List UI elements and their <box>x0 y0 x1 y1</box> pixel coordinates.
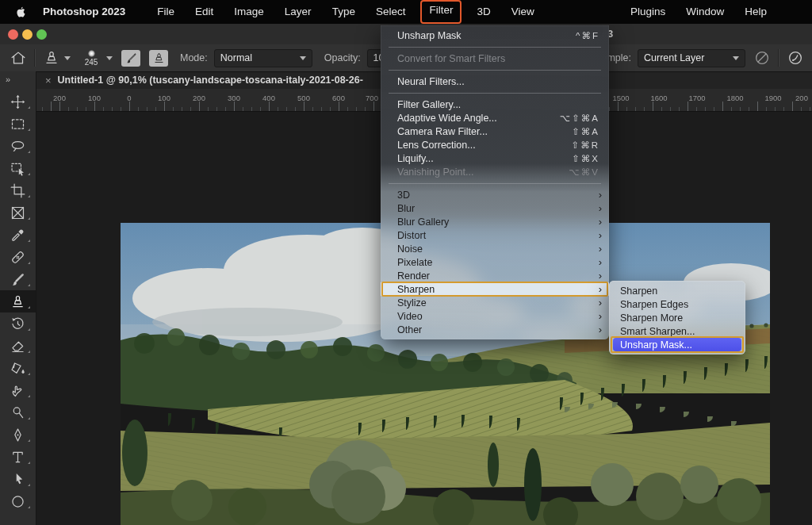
submenu-arrow-icon: › <box>599 270 602 281</box>
menu-item-blur-gallery[interactable]: Blur Gallery› <box>381 215 609 228</box>
menu-edit[interactable]: Edit <box>185 0 224 24</box>
ellipse-icon <box>10 493 26 510</box>
frame-tool[interactable] <box>0 201 36 224</box>
menu-item-label: Stylize <box>397 297 599 308</box>
menu-help[interactable]: Help <box>734 0 777 24</box>
menu-separator <box>389 183 601 184</box>
menu-item-render[interactable]: Render› <box>381 269 609 282</box>
menu-item-label: 3D <box>397 190 599 201</box>
menu-window[interactable]: Window <box>676 0 734 24</box>
minimize-window-button[interactable] <box>22 29 33 40</box>
lasso-tool[interactable] <box>0 135 36 157</box>
type-tool[interactable] <box>0 446 36 468</box>
dodge-tool[interactable] <box>0 401 36 423</box>
dodge-icon <box>10 404 26 421</box>
menu-photoshop-2023[interactable]: Photoshop 2023 <box>33 0 136 24</box>
menu-item-shortcut: ^⌘F <box>576 30 599 41</box>
submenu-arrow-icon: › <box>599 257 602 267</box>
crop-tool[interactable] <box>0 179 36 201</box>
menu-item-sharpen-edges[interactable]: Sharpen Edges <box>609 297 745 311</box>
zoom-window-button[interactable] <box>36 29 47 40</box>
menu-image[interactable]: Image <box>224 0 274 24</box>
menu-item-pixelate[interactable]: Pixelate› <box>381 255 609 269</box>
toggle-clone-source-button[interactable] <box>149 50 168 67</box>
history-brush-tool[interactable] <box>0 312 36 335</box>
ruler-label: 600 <box>332 94 345 102</box>
ruler-label: 0 <box>127 94 131 102</box>
gradient-tool[interactable] <box>0 357 36 379</box>
menu-plugins[interactable]: Plugins <box>620 0 676 24</box>
eraser-tool[interactable] <box>0 335 36 357</box>
divider <box>34 49 36 67</box>
menu-item-liquify[interactable]: Liquify...⇧⌘X <box>381 151 609 165</box>
collapse-panel-button[interactable]: » <box>0 71 36 90</box>
menu-item-filter-gallery[interactable]: Filter Gallery... <box>381 98 609 111</box>
clone-stamp-preset-icon[interactable] <box>43 49 60 67</box>
home-icon[interactable] <box>10 49 27 67</box>
menu-item-smart-sharpen[interactable]: Smart Sharpen... <box>609 324 745 338</box>
close-window-button[interactable] <box>8 29 18 40</box>
menu-item-stylize[interactable]: Stylize› <box>381 296 609 309</box>
path-selection-tool[interactable] <box>0 468 36 490</box>
menu-item-video[interactable]: Video› <box>381 309 609 323</box>
smudge-tool[interactable] <box>0 379 36 401</box>
healing-brush-tool[interactable] <box>0 246 36 268</box>
menu-item-label: Liquify... <box>397 153 572 164</box>
ruler-label: 200 <box>53 94 66 102</box>
menu-3d[interactable]: 3D <box>466 0 500 24</box>
menu-item-sharpen[interactable]: Sharpen <box>609 284 745 297</box>
menu-item-label: Render <box>397 270 599 282</box>
menu-item-neural-filters[interactable]: Neural Filters... <box>381 75 609 88</box>
brush-tool[interactable] <box>0 268 36 290</box>
menu-layer[interactable]: Layer <box>274 0 322 24</box>
ruler-label: 200 <box>193 94 205 102</box>
menubar-left-items: Photoshop 2023FileEditImageLayerTypeSele… <box>33 0 545 24</box>
tools-panel: » <box>0 71 36 525</box>
rectangular-marquee-tool[interactable] <box>0 113 36 135</box>
submenu-arrow-icon: › <box>599 230 602 240</box>
menu-item-lens-correction[interactable]: Lens Correction...⇧⌘R <box>381 138 609 151</box>
menu-item-label: Other <box>397 324 599 335</box>
move-tool[interactable] <box>0 90 36 113</box>
chevron-down-icon <box>300 56 306 60</box>
menu-select[interactable]: Select <box>366 0 416 24</box>
chevron-down-icon[interactable] <box>64 56 71 60</box>
close-tab-icon[interactable]: × <box>45 75 52 86</box>
menu-item-3d[interactable]: 3D› <box>381 188 609 201</box>
object-selection-tool[interactable] <box>0 157 36 179</box>
menu-file[interactable]: File <box>147 0 185 24</box>
ruler-label: 400 <box>262 94 275 102</box>
menu-item-blur[interactable]: Blur› <box>381 201 609 215</box>
pen-tool[interactable] <box>0 423 36 446</box>
menu-item-unsharp-mask[interactable]: Unsharp Mask^⌘F <box>381 29 609 42</box>
menu-item-camera-raw-filter[interactable]: Camera Raw Filter...⇧⌘A <box>381 125 609 138</box>
sample-dropdown[interactable]: Current Layer <box>638 49 745 67</box>
menu-item-unsharp-mask[interactable]: Unsharp Mask... <box>613 338 741 351</box>
mode-dropdown[interactable]: Normal <box>214 49 312 67</box>
healing-brush-icon <box>10 249 26 266</box>
menu-item-distort[interactable]: Distort› <box>381 228 609 242</box>
menu-filter[interactable]: Filter <box>420 0 462 24</box>
menu-type[interactable]: Type <box>322 0 366 24</box>
eyedropper-tool[interactable] <box>0 224 36 246</box>
clone-stamp-tool[interactable] <box>0 290 36 312</box>
toggle-brush-settings-button[interactable] <box>121 50 140 67</box>
menu-item-adaptive-wide-angle[interactable]: Adaptive Wide Angle...⌥⇧⌘A <box>381 111 609 125</box>
history-brush-icon <box>10 316 26 332</box>
menu-item-sharpen[interactable]: Sharpen› <box>381 282 609 296</box>
document-tab-title[interactable]: Untitled-1 @ 90,1% (tuscany-landscape-to… <box>58 75 363 86</box>
pressure-size-icon[interactable] <box>787 49 804 67</box>
menu-item-sharpen-more[interactable]: Sharpen More <box>609 311 745 324</box>
menu-item-label: Noise <box>397 243 599 255</box>
brush-size-picker[interactable]: 245 <box>80 50 102 67</box>
ignore-adjustment-layers-icon[interactable] <box>753 49 771 67</box>
ruler-label: 500 <box>297 94 310 102</box>
submenu-arrow-icon: › <box>599 311 602 321</box>
chevron-down-icon[interactable] <box>106 56 113 60</box>
apple-menu-icon[interactable] <box>14 6 28 19</box>
menu-item-noise[interactable]: Noise› <box>381 242 609 255</box>
menu-view[interactable]: View <box>501 0 545 24</box>
menu-item-other[interactable]: Other› <box>381 323 609 336</box>
ellipse-tool[interactable] <box>0 490 36 512</box>
ruler-label: 100 <box>158 94 170 102</box>
